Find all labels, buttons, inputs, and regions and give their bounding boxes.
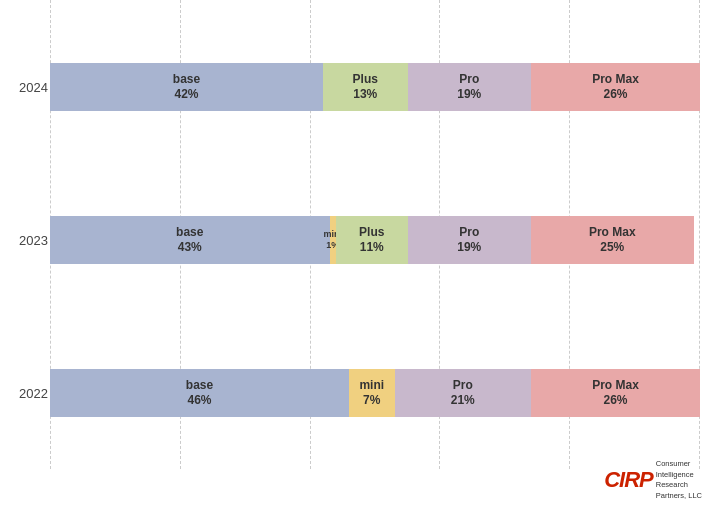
segment-label: Pro Max — [592, 378, 639, 392]
chart-container: 2024base42%Plus13%Pro19%Pro Max26%2023ba… — [0, 0, 720, 509]
segment-pct: 43% — [178, 240, 202, 254]
segment-label: Pro — [453, 378, 473, 392]
segment-label: mini — [359, 378, 384, 392]
logo-cirp-text: CIRP — [604, 469, 653, 491]
segment-pct: 25% — [600, 240, 624, 254]
segment-pct: 26% — [603, 393, 627, 407]
segment-label: Pro — [459, 72, 479, 86]
segment-label: Pro — [459, 225, 479, 239]
segment-label: Pro Max — [589, 225, 636, 239]
segment-pro-2024: Pro19% — [408, 63, 532, 111]
logo-graphic: CIRP ConsumerIntelligenceResearchPartner… — [604, 459, 702, 501]
segment-pct: 21% — [451, 393, 475, 407]
segment-pct: 11% — [360, 240, 384, 254]
segment-label: Plus — [359, 225, 384, 239]
segment-pro-2022: Pro21% — [395, 369, 532, 417]
segment-label: Pro Max — [592, 72, 639, 86]
segment-label: base — [176, 225, 203, 239]
segment-plus-2023: Plus11% — [336, 216, 408, 264]
segment-pro-max-2022: Pro Max26% — [531, 369, 700, 417]
segment-label: Plus — [353, 72, 378, 86]
segment-pct: 19% — [457, 87, 481, 101]
segment-mini-2022: mini7% — [349, 369, 395, 417]
logo-area: CIRP ConsumerIntelligenceResearchPartner… — [604, 459, 702, 501]
segment-label: base — [173, 72, 200, 86]
year-label-2023: 2023 — [12, 232, 48, 247]
rows-area: 2024base42%Plus13%Pro19%Pro Max26%2023ba… — [50, 10, 700, 469]
segment-pct: 19% — [457, 240, 481, 254]
segment-pct: 13% — [353, 87, 377, 101]
chart-row-2022: 2022base46%mini7%Pro21%Pro Max26% — [50, 333, 700, 453]
year-label-2024: 2024 — [12, 79, 48, 94]
segment-pro-2023: Pro19% — [408, 216, 532, 264]
segment-base-2022: base46% — [50, 369, 349, 417]
segment-pct: 46% — [187, 393, 211, 407]
bar-row-2022: base46%mini7%Pro21%Pro Max26% — [50, 369, 700, 417]
segment-base-2024: base42% — [50, 63, 323, 111]
chart-row-2023: 2023base43%mini1%Plus11%Pro19%Pro Max25% — [50, 180, 700, 300]
segment-pct: 26% — [603, 87, 627, 101]
segment-pro-max-2024: Pro Max26% — [531, 63, 700, 111]
logo-subtitle: ConsumerIntelligenceResearchPartners, LL… — [656, 459, 702, 501]
segment-plus-2024: Plus13% — [323, 63, 408, 111]
chart-row-2024: 2024base42%Plus13%Pro19%Pro Max26% — [50, 27, 700, 147]
segment-base-2023: base43% — [50, 216, 330, 264]
bar-row-2023: base43%mini1%Plus11%Pro19%Pro Max25% — [50, 216, 700, 264]
year-label-2022: 2022 — [12, 385, 48, 400]
segment-label: base — [186, 378, 213, 392]
bar-row-2024: base42%Plus13%Pro19%Pro Max26% — [50, 63, 700, 111]
segment-pct: 42% — [174, 87, 198, 101]
segment-pct: 7% — [363, 393, 380, 407]
segment-pro-max-2023: Pro Max25% — [531, 216, 694, 264]
